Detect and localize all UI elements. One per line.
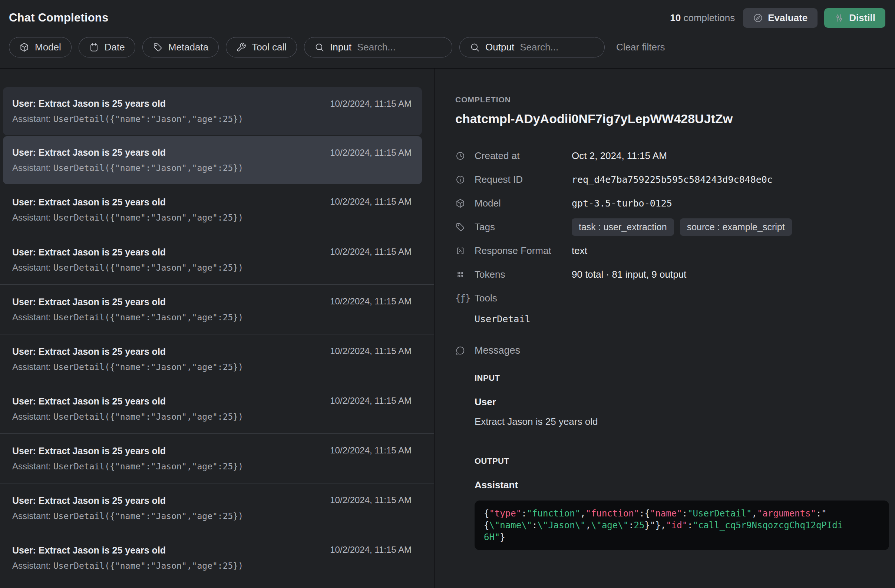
list-item-body: User: Extract Jason is 25 years old Assi…: [12, 334, 330, 384]
list-item-assistant-text: Assistant: UserDetail({"name":"Jason","a…: [12, 561, 330, 571]
tool-name-userdetail[interactable]: UserDetail: [475, 314, 890, 331]
list-item-timestamp: 10/2/2024, 11:15 AM: [330, 197, 411, 235]
assistant-prefix: Assistant:: [12, 511, 53, 521]
list-item[interactable]: User: Extract Jason is 25 years old Assi…: [0, 185, 434, 235]
tag-chip: source : example_script: [680, 218, 792, 236]
request-id-label: Request ID: [475, 174, 572, 185]
list-item[interactable]: User: Extract Jason is 25 years old Assi…: [0, 334, 434, 384]
assistant-prefix: Assistant:: [12, 461, 53, 471]
output-search[interactable]: Output: [460, 37, 605, 58]
assistant-prefix: Assistant:: [12, 163, 53, 173]
filter-model[interactable]: Model: [9, 37, 71, 58]
tokens-label: Tokens: [475, 269, 572, 280]
list-item-user-text: User: Extract Jason is 25 years old: [12, 545, 330, 556]
info-icon: [455, 174, 465, 185]
tag-icon: [153, 42, 163, 52]
field-created-at: Created at Oct 2, 2024, 11:15 AM: [455, 144, 890, 168]
list-item-timestamp: 10/2/2024, 11:15 AM: [330, 545, 411, 582]
completions-count-number: 10: [670, 12, 681, 23]
field-request-id: Request ID req_d4e7ba759225b595c584243d9…: [455, 168, 890, 191]
list-item-assistant-text: Assistant: UserDetail({"name":"Jason","a…: [12, 412, 330, 422]
filter-tool-call[interactable]: Tool call: [226, 37, 297, 58]
list-item-assistant-text: Assistant: UserDetail({"name":"Jason","a…: [12, 362, 330, 372]
completions-count-label: completions: [681, 12, 735, 23]
field-model: Model gpt-3.5-turbo-0125: [455, 191, 890, 215]
filter-tool-call-label: Tool call: [252, 41, 287, 53]
list-item[interactable]: User: Extract Jason is 25 years old Assi…: [0, 284, 434, 334]
list-item-body: User: Extract Jason is 25 years old Assi…: [12, 87, 330, 135]
list-item-timestamp: 10/2/2024, 11:15 AM: [330, 147, 411, 184]
filter-bar: Model Date Metadata Tool call Input Outp…: [0, 36, 895, 68]
field-tags: Tags task : user_extraction source : exa…: [455, 215, 890, 239]
assistant-code: UserDetail({"name":"Jason","age":25}): [53, 312, 243, 322]
assistant-code: UserDetail({"name":"Jason","age":25}): [53, 213, 243, 223]
response-format-value: text: [572, 245, 587, 256]
list-item-assistant-text: Assistant: UserDetail({"name":"Jason","a…: [12, 312, 330, 323]
field-response-format: Response Format text: [455, 239, 890, 262]
list-item-timestamp: 10/2/2024, 11:15 AM: [330, 99, 411, 135]
messages-label: Messages: [475, 345, 520, 356]
list-item[interactable]: User: Extract Jason is 25 years old Assi…: [0, 433, 434, 483]
tokens-value: 90 total · 81 input, 9 output: [572, 269, 686, 280]
header-actions: 10 completions Evaluate Distill: [670, 8, 885, 28]
search-icon: [314, 42, 325, 52]
input-role: User: [475, 396, 890, 408]
output-search-field[interactable]: [520, 41, 587, 53]
tag-icon: [455, 222, 465, 232]
sliders-icon: [834, 13, 844, 23]
assistant-code: UserDetail({"name":"Jason","age":25}): [53, 511, 243, 521]
input-message-text: Extract Jason is 25 years old: [475, 416, 890, 427]
tag-chip: task : user_extraction: [572, 218, 674, 236]
output-section-header: OUTPUT: [475, 456, 890, 466]
list-item-timestamp: 10/2/2024, 11:15 AM: [330, 247, 411, 284]
assistant-code: UserDetail({"name":"Jason","age":25}): [53, 412, 243, 421]
completions-count: 10 completions: [670, 12, 735, 24]
list-item-timestamp: 10/2/2024, 11:15 AM: [330, 445, 411, 483]
list-item-assistant-text: Assistant: UserDetail({"name":"Jason","a…: [12, 262, 330, 273]
list-item-body: User: Extract Jason is 25 years old Assi…: [12, 384, 330, 433]
list-item-body: User: Extract Jason is 25 years old Assi…: [12, 533, 330, 582]
clock-icon: [455, 151, 465, 161]
list-item-body: User: Extract Jason is 25 years old Assi…: [12, 235, 330, 284]
filter-model-label: Model: [35, 41, 61, 53]
distill-button-label: Distill: [849, 12, 875, 24]
clear-filters-button[interactable]: Clear filters: [616, 41, 665, 53]
evaluate-button[interactable]: Evaluate: [743, 8, 818, 28]
list-item-user-text: User: Extract Jason is 25 years old: [12, 297, 330, 308]
list-item[interactable]: User: Extract Jason is 25 years old Assi…: [0, 483, 434, 533]
response-format-label: Response Format: [475, 245, 572, 256]
filter-metadata-label: Metadata: [168, 41, 208, 53]
assistant-code: UserDetail({"name":"Jason","age":25}): [53, 114, 243, 124]
assistant-code: UserDetail({"name":"Jason","age":25}): [53, 163, 243, 173]
messages-section-header: Messages: [455, 345, 890, 356]
wrench-icon: [236, 42, 246, 52]
calendar-icon: [89, 42, 99, 52]
input-search-field[interactable]: [357, 41, 424, 53]
list-item-body: User: Extract Jason is 25 years old Assi…: [12, 483, 330, 533]
assistant-code: UserDetail({"name":"Jason","age":25}): [53, 362, 243, 372]
input-search[interactable]: Input: [304, 37, 452, 58]
list-item-user-text: User: Extract Jason is 25 years old: [12, 197, 330, 208]
list-item[interactable]: User: Extract Jason is 25 years old Assi…: [0, 235, 434, 284]
assistant-prefix: Assistant:: [12, 362, 53, 372]
response-format-icon: [455, 246, 465, 256]
list-item[interactable]: User: Extract Jason is 25 years old Assi…: [3, 136, 422, 184]
list-item-timestamp: 10/2/2024, 11:15 AM: [330, 346, 411, 384]
search-icon: [470, 42, 480, 52]
list-item[interactable]: User: Extract Jason is 25 years old Assi…: [3, 87, 422, 135]
assistant-prefix: Assistant:: [12, 262, 53, 273]
assistant-code: UserDetail({"name":"Jason","age":25}): [53, 561, 243, 571]
input-section-header: INPUT: [475, 373, 890, 383]
completions-list: User: Extract Jason is 25 years old Assi…: [0, 68, 434, 588]
evaluate-button-label: Evaluate: [768, 12, 807, 24]
list-item[interactable]: User: Extract Jason is 25 years old Assi…: [0, 384, 434, 433]
list-item-assistant-text: Assistant: UserDetail({"name":"Jason","a…: [12, 212, 330, 223]
distill-button[interactable]: Distill: [824, 8, 885, 28]
filter-date[interactable]: Date: [79, 37, 135, 58]
field-tools: {ƒ} Tools: [455, 286, 890, 310]
assistant-prefix: Assistant:: [12, 114, 53, 124]
list-item-body: User: Extract Jason is 25 years old Assi…: [12, 136, 330, 184]
list-item[interactable]: User: Extract Jason is 25 years old Assi…: [0, 533, 434, 582]
filter-metadata[interactable]: Metadata: [143, 37, 219, 58]
cube-icon: [19, 42, 29, 52]
